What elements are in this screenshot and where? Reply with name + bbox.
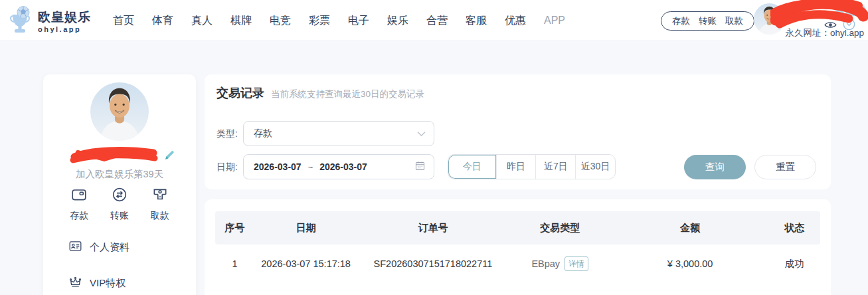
cell-type: EBpay 详情: [509, 256, 612, 271]
page: 欧皇娱乐 ohyl.app 首页 体育 真人 棋牌 电竞 彩票 电子 娱乐 合营…: [0, 0, 868, 295]
col-header-index: 序号: [215, 222, 254, 235]
header-wallet-actions: 存款 转账 取款: [661, 11, 754, 31]
nav-item-promo[interactable]: 优惠: [505, 14, 526, 28]
transfer-icon: [111, 186, 128, 206]
detail-link[interactable]: 详情: [564, 256, 588, 271]
sidebar-transfer-label: 转账: [110, 210, 129, 222]
page-title: 交易记录: [217, 85, 264, 101]
trophy-logo-icon: [9, 6, 33, 38]
title-row: 交易记录 当前系统支持查询最近30日的交易记录: [217, 85, 424, 101]
sidebar-vip-label: VIP特权: [90, 277, 126, 290]
select-chevron-icon: [417, 128, 426, 140]
cell-amount: ¥ 3,000.00: [612, 258, 769, 269]
sidebar-transfer-button[interactable]: 转账: [110, 186, 129, 222]
col-header-status: 状态: [769, 222, 820, 235]
brand-domain: ohyl.app: [38, 25, 91, 34]
vip-badge: VIP2: [835, 5, 866, 16]
header-transfer-link[interactable]: 转账: [699, 15, 717, 27]
table-header-row: 序号 日期 订单号 交易类型 金额 状态: [215, 211, 820, 245]
nav-item-esports[interactable]: 电竞: [270, 14, 291, 28]
type-select-value: 存款: [254, 128, 272, 140]
date-separator: ~: [308, 162, 313, 172]
transaction-filter-card: 交易记录 当前系统支持查询最近30日的交易记录 类型: 存款 日期: 2026-…: [205, 74, 831, 189]
username-redacted: [70, 146, 176, 167]
user-avatar[interactable]: [754, 3, 785, 35]
range-30days-button[interactable]: 近30日: [575, 155, 615, 179]
cell-index: 1: [215, 258, 254, 269]
nav-item-live[interactable]: 真人: [191, 14, 213, 28]
date-to-value: 2026-03-07: [319, 161, 367, 172]
cell-date: 2026-03-07 15:17:18: [254, 258, 357, 269]
page-subtitle: 当前系统支持查询最近30日的交易记录: [271, 88, 424, 100]
sidebar-quick-actions: 存款 转账: [43, 186, 196, 222]
nav-item-cards[interactable]: 棋牌: [230, 14, 252, 28]
transaction-table-card: 序号 日期 订单号 交易类型 金额 状态 1 2026-03-07 15:17:…: [205, 199, 831, 295]
cell-type-value: EBpay: [531, 258, 560, 269]
range-7days-button[interactable]: 近7日: [535, 155, 575, 179]
sidebar-withdraw-button[interactable]: 取款: [151, 186, 169, 222]
id-card-icon: [68, 239, 82, 256]
join-days-text: 加入欧皇娱乐第39天: [43, 168, 196, 181]
sidebar-deposit-button[interactable]: 存款: [70, 186, 88, 222]
query-button[interactable]: 查询: [684, 155, 746, 179]
wallet-icon: [70, 186, 88, 206]
brand-text: 欧皇娱乐 ohyl.app: [38, 10, 91, 34]
col-header-type: 交易类型: [509, 222, 612, 235]
nav-item-slots[interactable]: 电子: [348, 14, 369, 28]
cell-status: 成功: [769, 258, 820, 270]
brand-name: 欧皇娱乐: [38, 10, 91, 25]
type-filter-label: 类型:: [217, 121, 243, 146]
cash-machine-icon: [151, 186, 169, 206]
header-deposit-link[interactable]: 存款: [672, 15, 690, 27]
col-header-amount: 金额: [612, 222, 769, 235]
crown-icon: [68, 275, 82, 292]
permanent-url: 永久网址：ohyl.app: [785, 27, 864, 39]
cell-order-no: SF20260307151718022711: [357, 258, 509, 269]
nav-item-home[interactable]: 首页: [113, 14, 134, 28]
nav-item-service[interactable]: 客服: [466, 14, 487, 28]
calendar-icon: [414, 160, 426, 174]
top-header: 欧皇娱乐 ohyl.app 首页 体育 真人 棋牌 电竞 彩票 电子 娱乐 合营…: [0, 0, 868, 41]
brand-logo[interactable]: 欧皇娱乐 ohyl.app: [9, 6, 91, 38]
sidebar-deposit-label: 存款: [70, 210, 88, 222]
col-header-date: 日期: [254, 222, 357, 235]
reset-button[interactable]: 重置: [754, 155, 816, 179]
nav-item-entertainment[interactable]: 娱乐: [387, 14, 408, 28]
date-filter-label: 日期:: [217, 154, 243, 179]
table-row: 1 2026-03-07 15:17:18 SF2026030715171802…: [215, 245, 820, 283]
date-from-value: 2026-03-07: [254, 161, 302, 172]
nav-item-partnership[interactable]: 合营: [426, 14, 448, 28]
header-withdraw-link[interactable]: 取款: [725, 15, 743, 27]
profile-sidebar: 加入欧皇娱乐第39天 存款: [43, 74, 196, 295]
sidebar-withdraw-label: 取款: [151, 210, 169, 222]
sidebar-item-profile[interactable]: 个人资料: [68, 239, 130, 256]
main-nav: 首页 体育 真人 棋牌 电竞 彩票 电子 娱乐 合营 客服 优惠 APP: [113, 0, 565, 41]
date-range-input[interactable]: 2026-03-07 ~ 2026-03-07: [243, 154, 434, 179]
sidebar-profile-label: 个人资料: [90, 241, 130, 254]
redaction-scribble-username: [70, 146, 167, 169]
nav-item-lottery[interactable]: 彩票: [309, 14, 330, 28]
nav-item-app[interactable]: APP: [544, 15, 565, 27]
sidebar-item-vip[interactable]: VIP特权: [68, 275, 126, 292]
profile-avatar[interactable]: [90, 82, 149, 141]
range-today-button[interactable]: 今日: [448, 155, 496, 179]
type-select[interactable]: 存款: [243, 121, 434, 146]
range-yesterday-button[interactable]: 昨日: [496, 155, 536, 179]
col-header-order: 订单号: [357, 222, 509, 235]
quick-range-group: 今日 昨日 近7日 近30日: [448, 154, 616, 179]
nav-item-sports[interactable]: 体育: [152, 14, 173, 28]
